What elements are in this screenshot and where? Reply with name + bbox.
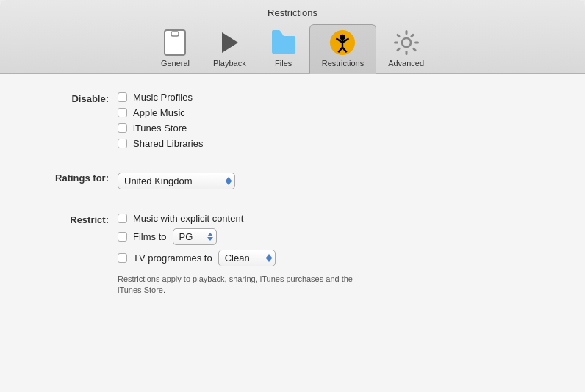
general-icon: [162, 29, 188, 56]
apple-music-checkbox[interactable]: [118, 108, 127, 117]
toolbar-label-advanced: Advanced: [388, 59, 424, 68]
itunes-store-label: iTunes Store: [133, 123, 187, 134]
restrict-label: Restrict:: [29, 213, 118, 225]
itunes-store-checkbox[interactable]: [118, 123, 127, 133]
disable-section: Disable: Music Profiles Apple Music iTun…: [29, 92, 556, 149]
content-area: Disable: Music Profiles Apple Music iTun…: [0, 74, 585, 392]
restrictions-footnote: Restrictions apply to playback, sharing,…: [118, 274, 353, 297]
svg-rect-0: [165, 30, 185, 55]
explicit-label: Music with explicit content: [133, 213, 243, 224]
checkbox-row-tv: TV programmes to Clean All PG 12 15 18: [118, 250, 353, 266]
toolbar-label-files: Files: [275, 59, 292, 68]
restrict-controls: Music with explicit content Films to PG …: [118, 213, 353, 297]
svg-rect-12: [405, 51, 407, 55]
restrictions-icon: [329, 29, 356, 56]
apple-music-label: Apple Music: [133, 107, 185, 118]
toolbar-item-restrictions[interactable]: Restrictions: [309, 24, 376, 74]
tv-checkbox[interactable]: [118, 253, 127, 263]
films-rating-select[interactable]: PG All U 12A 12 15 18: [173, 228, 217, 245]
svg-rect-18: [395, 47, 400, 51]
toolbar-label-restrictions: Restrictions: [322, 59, 364, 68]
films-label: Films to: [133, 231, 167, 242]
toolbar: General Playback Files: [134, 24, 451, 73]
ratings-select-wrapper: United Kingdom Australia Canada France G…: [118, 173, 235, 189]
explicit-checkbox[interactable]: [118, 214, 127, 223]
tv-rating-select[interactable]: Clean All PG 12 15 18: [218, 250, 276, 266]
shared-libraries-label: Shared Libraries: [133, 138, 203, 149]
music-profiles-label: Music Profiles: [133, 92, 193, 103]
window-title: Restrictions: [268, 7, 317, 18]
svg-rect-13: [394, 42, 398, 44]
svg-point-4: [340, 35, 346, 40]
shared-libraries-checkbox[interactable]: [118, 139, 127, 148]
svg-point-10: [402, 38, 411, 47]
toolbar-item-playback[interactable]: Playback: [201, 25, 258, 73]
checkbox-row-explicit: Music with explicit content: [118, 213, 353, 224]
ratings-section: Ratings for: United Kingdom Australia Ca…: [29, 173, 556, 189]
toolbar-item-general[interactable]: General: [149, 25, 201, 73]
files-icon: [270, 29, 297, 56]
toolbar-label-general: General: [161, 59, 190, 68]
checkbox-row-music-profiles: Music Profiles: [118, 92, 203, 103]
preferences-window: Restrictions General Pl: [0, 0, 585, 392]
music-profiles-checkbox[interactable]: [118, 92, 127, 102]
checkbox-row-apple-music: Apple Music: [118, 107, 203, 118]
toolbar-label-playback: Playback: [213, 59, 246, 68]
titlebar: Restrictions General Pl: [0, 0, 585, 74]
playback-icon: [216, 29, 243, 56]
tv-label: TV programmes to: [133, 253, 212, 264]
toolbar-item-advanced[interactable]: Advanced: [376, 25, 436, 73]
svg-rect-16: [412, 47, 416, 51]
svg-rect-14: [414, 42, 419, 44]
tv-select-wrapper: Clean All PG 12 15 18: [218, 250, 276, 266]
svg-rect-17: [409, 33, 414, 37]
checkbox-row-itunes-store: iTunes Store: [118, 123, 203, 134]
restrict-section: Restrict: Music with explicit content Fi…: [29, 213, 556, 297]
disable-label: Disable:: [29, 92, 118, 104]
svg-rect-15: [395, 33, 400, 37]
checkbox-row-shared-libraries: Shared Libraries: [118, 138, 203, 149]
svg-marker-2: [222, 32, 238, 53]
advanced-icon: [393, 29, 420, 56]
ratings-select[interactable]: United Kingdom Australia Canada France G…: [118, 173, 235, 189]
svg-rect-11: [405, 30, 407, 35]
ratings-label: Ratings for:: [29, 173, 118, 184]
checkbox-row-films: Films to PG All U 12A 12 15 18: [118, 228, 353, 245]
films-checkbox[interactable]: [118, 232, 127, 242]
toolbar-item-files[interactable]: Files: [258, 25, 309, 73]
films-select-wrapper: PG All U 12A 12 15 18: [173, 228, 217, 245]
disable-checkboxes: Music Profiles Apple Music iTunes Store …: [118, 92, 203, 149]
